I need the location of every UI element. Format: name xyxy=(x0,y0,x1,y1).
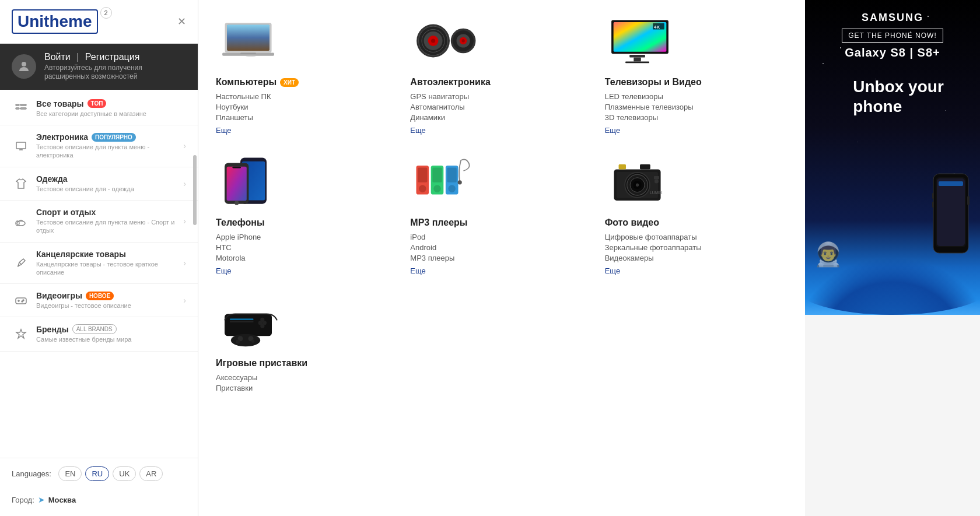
logo-text[interactable]: Unitheme xyxy=(12,9,98,34)
svg-point-77 xyxy=(260,324,264,328)
category-item-laptops[interactable]: Ноутбуки xyxy=(216,103,398,111)
lang-en[interactable]: EN xyxy=(58,466,82,481)
category-phones-image xyxy=(216,152,286,210)
svg-text:LUMIX: LUMIX xyxy=(650,191,663,195)
more-link-phones[interactable]: Еще xyxy=(216,266,398,275)
lang-ru[interactable]: RU xyxy=(85,466,109,481)
menu-title-videogames: Видеоигры НОВОЕ xyxy=(36,291,183,300)
svg-rect-68 xyxy=(654,176,659,179)
sidebar-item-stationery[interactable]: Канцелярские товары Канцелярские товары … xyxy=(0,243,198,285)
lang-ar[interactable]: AR xyxy=(139,466,163,481)
brands-icon xyxy=(12,328,30,341)
svg-rect-3 xyxy=(16,108,19,109)
category-item-desktops[interactable]: Настольные ПК xyxy=(216,92,398,101)
menu-title-clothing: Одежда xyxy=(36,174,183,184)
sidebar-item-electronics[interactable]: Электроника ПОПУЛЯРНО Тестовое описание … xyxy=(0,125,198,167)
category-computers: Компьютеры ХИТ Настольные ПК Ноутбуки Пл… xyxy=(216,12,398,135)
menu-content-stationery: Канцелярские товары Канцелярские товары … xyxy=(36,250,183,277)
menu-title-stationery: Канцелярские товары xyxy=(36,250,183,259)
menu-content-electronics: Электроника ПОПУЛЯРНО Тестовое описание … xyxy=(36,132,183,160)
svg-point-57 xyxy=(449,185,456,192)
sidebar-item-videogames[interactable]: Видеоигры НОВОЕ Видеоигры - тестовое опи… xyxy=(0,284,198,317)
more-link-autoelectronics[interactable]: Еще xyxy=(410,126,593,135)
close-button[interactable]: ✕ xyxy=(177,15,186,28)
category-item-dslr-cameras[interactable]: Зеркальные фотоаппараты xyxy=(605,243,788,252)
category-item-speakers[interactable]: Динамики xyxy=(410,113,593,122)
category-item-digital-cameras[interactable]: Цифровые фотоаппараты xyxy=(605,233,788,241)
logo-container: Unitheme 2 xyxy=(12,9,112,34)
svg-line-10 xyxy=(19,262,22,265)
login-link[interactable]: Войти xyxy=(44,52,71,62)
menu-arrow-electronics: › xyxy=(183,141,186,150)
svg-rect-56 xyxy=(447,168,457,182)
category-item-tablets[interactable]: Планшеты xyxy=(216,113,398,122)
category-item-htc[interactable]: HTC xyxy=(216,243,398,252)
sports-icon xyxy=(12,215,30,227)
svg-point-69 xyxy=(654,179,659,183)
menu-desc-electronics: Тестовое описание для пункта меню - элек… xyxy=(36,143,183,160)
category-item-motorola[interactable]: Motorola xyxy=(216,254,398,262)
category-photo: LUMIX Фото видео Цифровые фотоаппараты З… xyxy=(605,152,788,275)
ad-banner[interactable]: SAMSUNG GET THE PHONE NOW! Galaxy S8 | S… xyxy=(805,0,980,315)
ad-brand: SAMSUNG xyxy=(862,12,923,23)
city-name[interactable]: Москва xyxy=(48,496,76,504)
svg-point-47 xyxy=(235,201,239,205)
category-item-autoradio[interactable]: Автомагнитолы xyxy=(410,103,593,111)
svg-point-16 xyxy=(22,301,23,302)
svg-rect-90 xyxy=(932,202,934,208)
svg-rect-72 xyxy=(230,321,254,322)
avatar xyxy=(12,54,36,79)
register-link[interactable]: Регистрация xyxy=(85,52,140,62)
category-item-accessories[interactable]: Аксессуары xyxy=(216,373,398,382)
category-item-led-tv[interactable]: LED телевизоры xyxy=(605,92,788,101)
svg-point-76 xyxy=(260,318,264,322)
svg-rect-86 xyxy=(937,178,965,246)
category-item-plasma-tv[interactable]: Плазменные телевизоры xyxy=(605,103,788,111)
more-link-tv[interactable]: Еще xyxy=(605,126,788,135)
category-item-3d-tv[interactable]: 3D телевизоры xyxy=(605,113,788,122)
more-link-computers[interactable]: Еще xyxy=(216,126,398,135)
category-tv-image: 4K xyxy=(605,12,675,70)
menu-content-videogames: Видеоигры НОВОЕ Видеоигры - тестовое опи… xyxy=(36,291,183,310)
ad-tagline: Unbox yourphone xyxy=(841,77,944,116)
svg-rect-71 xyxy=(225,314,272,336)
logo-badge: 2 xyxy=(100,7,112,19)
menu-desc-all-products: Все категории доступные в магазине xyxy=(36,110,186,118)
lang-uk[interactable]: UK xyxy=(113,466,136,481)
sidebar-item-clothing[interactable]: Одежда Тестовое описание для - одежда › xyxy=(0,167,198,201)
category-consoles-image xyxy=(216,293,286,351)
svg-rect-5 xyxy=(16,142,26,149)
category-tv: 4K Телевизоры и Видео LED телевизоры Пла… xyxy=(605,12,788,135)
svg-text:4K: 4K xyxy=(654,24,660,30)
sidebar-header: Unitheme 2 ✕ xyxy=(0,0,198,44)
menu-title-all-products: Все товары ТОП xyxy=(36,99,186,108)
sidebar-item-brands[interactable]: Бренды ALL BRANDS Самые известные бренды… xyxy=(0,317,198,351)
svg-rect-12 xyxy=(16,298,26,304)
stationery-icon xyxy=(12,257,30,269)
category-phones: Телефоны Apple iPhone HTC Motorola Еще xyxy=(216,152,398,275)
auth-block: Войти | Регистрация Авторизуйтесь для по… xyxy=(0,44,198,90)
more-link-photo[interactable]: Еще xyxy=(605,266,788,275)
category-item-consoles-items[interactable]: Приставки xyxy=(216,384,398,392)
auth-text: Войти | Регистрация Авторизуйтесь для по… xyxy=(44,52,186,82)
category-item-apple-iphone[interactable]: Apple iPhone xyxy=(216,233,398,241)
svg-rect-2 xyxy=(20,104,26,106)
electronics-icon xyxy=(12,139,30,152)
svg-point-83 xyxy=(251,340,254,343)
menu-desc-brands: Самые известные бренды мира xyxy=(36,335,186,343)
svg-rect-50 xyxy=(418,168,428,182)
all-products-icon xyxy=(12,102,30,115)
category-item-camcorders[interactable]: Видеокамеры xyxy=(605,254,788,262)
sidebar-item-all-products[interactable]: Все товары ТОП Все категории доступные в… xyxy=(0,92,198,125)
svg-rect-4 xyxy=(20,108,26,109)
languages-label: Languages: xyxy=(12,469,51,478)
menu-title-sports: Спорт и отдых xyxy=(36,208,183,217)
category-item-ipod[interactable]: iPod xyxy=(410,233,593,241)
sidebar-item-sports[interactable]: Спорт и отдых Тестовое описание для пунк… xyxy=(0,201,198,243)
more-link-mp3[interactable]: Еще xyxy=(410,266,593,275)
category-item-mp3-players[interactable]: MP3 плееры xyxy=(410,254,593,262)
auth-login-register[interactable]: Войти | Регистрация xyxy=(44,52,186,62)
clothing-icon xyxy=(12,177,30,190)
category-item-android[interactable]: Android xyxy=(410,243,593,252)
category-item-gps[interactable]: GPS навигаторы xyxy=(410,92,593,101)
